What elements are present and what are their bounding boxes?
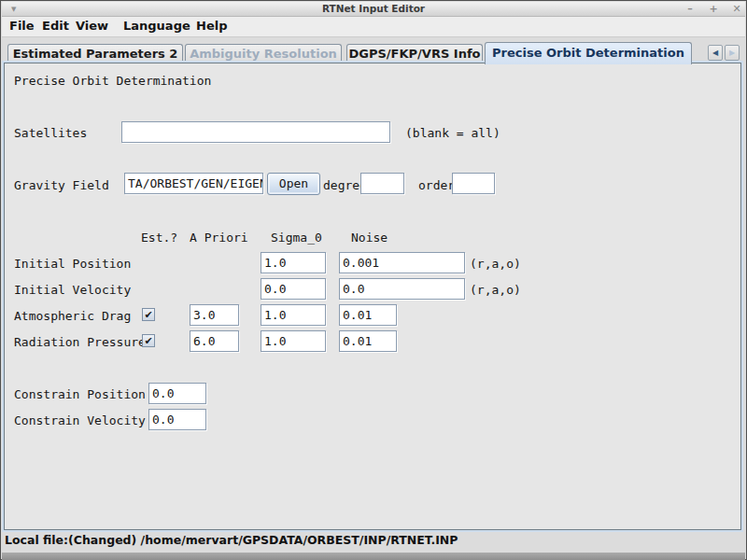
radiation-pressure-noise-input[interactable] — [339, 330, 397, 352]
tab-scroll-right-icon: ▶ — [725, 45, 740, 61]
initial-position-suffix: (r,a,o) — [470, 257, 521, 271]
tab-precise-orbit-determination[interactable]: Precise Orbit Determination — [485, 42, 692, 64]
initial-position-label: Initial Position — [14, 257, 131, 271]
satellites-hint: (blank = all) — [405, 126, 500, 140]
atmospheric-drag-label: Atmospheric Drag — [14, 309, 131, 323]
tab-bar: Estimated Parameters 2 Ambiguity Resolut… — [1, 42, 746, 63]
header-apriori: A Priori — [190, 231, 248, 245]
radiation-pressure-sigma-input[interactable] — [261, 330, 326, 352]
degree-input[interactable] — [360, 173, 404, 194]
section-title: Precise Orbit Determination — [14, 74, 211, 88]
order-label: order — [418, 178, 455, 192]
status-bar: Local file:(Changed) /home/mervart/GPSDA… — [5, 533, 742, 552]
tab-scroll-left-icon[interactable]: ◀ — [708, 45, 723, 61]
maximize-button[interactable]: + — [705, 2, 722, 16]
tab-ambiguity-resolution[interactable]: Ambiguity Resolution — [185, 44, 342, 63]
menu-edit[interactable]: Edit — [42, 19, 69, 33]
window-title: RTNet Input Editor — [2, 3, 745, 14]
constrain-position-label: Constrain Position — [14, 387, 146, 401]
constrain-position-input[interactable] — [148, 383, 206, 404]
atmospheric-drag-apriori-input[interactable] — [190, 304, 239, 326]
menu-help[interactable]: Help — [196, 19, 227, 33]
close-button[interactable]: ✕ — [728, 2, 745, 16]
constrain-velocity-label: Constrain Velocity — [14, 413, 146, 427]
menu-bar: File Edit View Language Help — [2, 17, 745, 37]
radiation-pressure-checkbox[interactable]: ✔ — [142, 334, 155, 347]
app-window: ▼ RTNet Input Editor – + ✕ File Edit Vie… — [0, 0, 747, 560]
satellites-label: Satellites — [14, 126, 87, 140]
menu-view[interactable]: View — [76, 19, 108, 33]
constrain-velocity-input[interactable] — [148, 409, 206, 430]
menu-language[interactable]: Language — [123, 19, 190, 33]
atmospheric-drag-noise-input[interactable] — [339, 304, 397, 326]
initial-position-sigma-input[interactable] — [261, 252, 326, 273]
status-text: Local file:(Changed) /home/mervart/GPSDA… — [5, 533, 458, 547]
satellites-input[interactable] — [121, 121, 390, 143]
order-input[interactable] — [452, 173, 495, 194]
atmospheric-drag-sigma-input[interactable] — [261, 304, 326, 326]
initial-velocity-noise-input[interactable] — [339, 278, 465, 300]
gravity-field-label: Gravity Field — [14, 178, 109, 192]
open-button[interactable]: Open — [267, 173, 320, 195]
initial-velocity-sigma-input[interactable] — [261, 278, 326, 300]
window-resize-edge[interactable] — [2, 553, 745, 560]
header-noise: Noise — [351, 231, 388, 245]
atmospheric-drag-checkbox[interactable]: ✔ — [142, 308, 155, 321]
gravity-field-input[interactable]: TA/ORBEST/GEN/EIGEN2. — [124, 173, 263, 194]
initial-velocity-suffix: (r,a,o) — [470, 283, 521, 297]
initial-position-noise-input[interactable] — [339, 252, 465, 273]
minimize-button[interactable]: – — [682, 2, 698, 16]
radiation-pressure-apriori-input[interactable] — [190, 330, 239, 352]
radiation-pressure-label: Radiation Pressure — [14, 335, 146, 349]
initial-velocity-label: Initial Velocity — [14, 283, 131, 297]
tab-estimated-parameters-2[interactable]: Estimated Parameters 2 — [7, 44, 183, 63]
menu-file[interactable]: File — [9, 19, 35, 33]
tab-dgps-fkp-vrs-info[interactable]: DGPS/FKP/VRS Info — [346, 44, 483, 63]
header-sigma0: Sigma_0 — [271, 231, 322, 245]
title-bar[interactable]: ▼ RTNet Input Editor – + ✕ — [2, 2, 745, 17]
header-est: Est.? — [141, 231, 177, 245]
